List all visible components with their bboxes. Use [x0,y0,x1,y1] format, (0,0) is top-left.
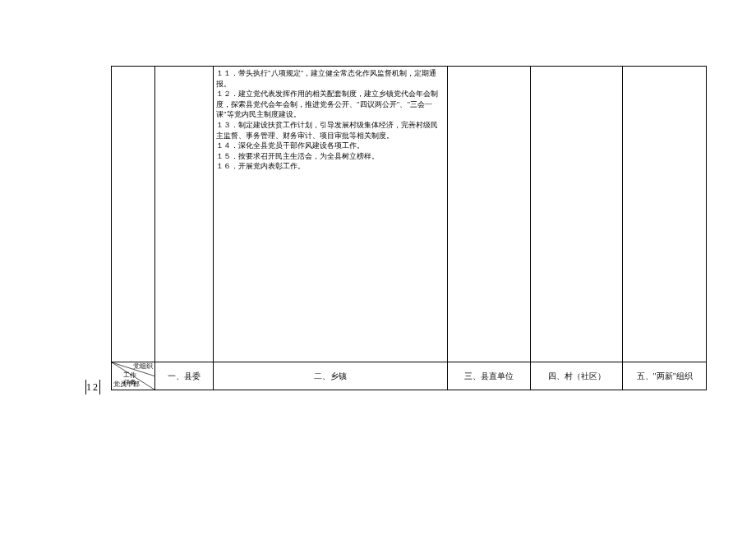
content-item: １４．深化全县党员干部作风建设各项工作。 [216,141,445,151]
cell-empty-4 [531,67,623,362]
content-item: １１．带头执行"八项规定"，建立健全常态化作风监督机制，定期通报。 [216,68,445,89]
content-item: １２．建立党代表发挥作用的相关配套制度，建立乡镇党代会年会制度，探索县党代会年会… [216,89,445,120]
corner-cell: 党组织 工作任务 党员干部 [112,362,155,390]
header-col5: 五、"两新"组织 [623,362,707,390]
cell-empty-3 [447,67,531,362]
content-item: １６．开展党内表彰工作。 [216,161,445,172]
header-col2: 二、乡镇 [214,362,448,390]
content-item: １３．制定建设扶贫工作计划，引导发展村级集体经济，完善村级民主监督、事务管理、财… [216,120,445,141]
cell-empty-0 [112,67,155,362]
content-cell: １１．带头执行"八项规定"，建立健全常态化作风监督机制，定期通报。 １２．建立党… [214,67,448,362]
cell-empty-5 [623,67,707,362]
cell-empty-1 [154,67,213,362]
content-row: １１．带头执行"八项规定"，建立健全常态化作风监督机制，定期通报。 １２．建立党… [112,67,707,362]
page-number: 12 [85,378,100,396]
content-item: １５．按要求召开民主生活会，为全县树立榜样。 [216,151,445,162]
header-col3: 三、县直单位 [447,362,531,390]
header-col1: 一、县委 [154,362,213,390]
header-col4: 四、村（社区） [531,362,623,390]
header-row: 党组织 工作任务 党员干部 一、县委 二、乡镇 三、县直单位 四、村（社区） 五… [112,362,707,390]
corner-label-top: 党组织 [133,363,153,371]
main-table: １１．带头执行"八项规定"，建立健全常态化作风监督机制，定期通报。 １２．建立党… [111,66,707,390]
corner-label-bot: 党员干部 [113,381,140,389]
page-number-digit: 12 [86,382,99,392]
